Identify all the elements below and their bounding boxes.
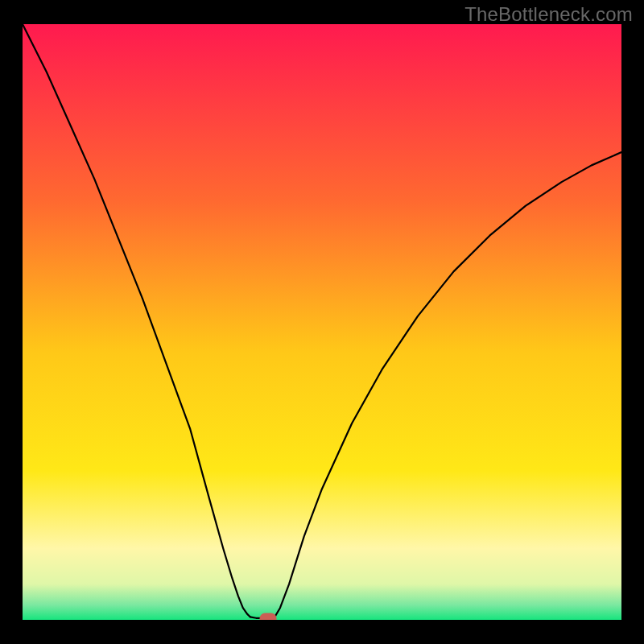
gradient-background xyxy=(23,24,621,620)
chart-svg xyxy=(23,24,621,620)
watermark-text: TheBottleneck.com xyxy=(464,3,633,26)
chart-frame: TheBottleneck.com xyxy=(0,0,644,644)
optimum-marker xyxy=(260,613,276,620)
plot-area xyxy=(23,24,621,620)
